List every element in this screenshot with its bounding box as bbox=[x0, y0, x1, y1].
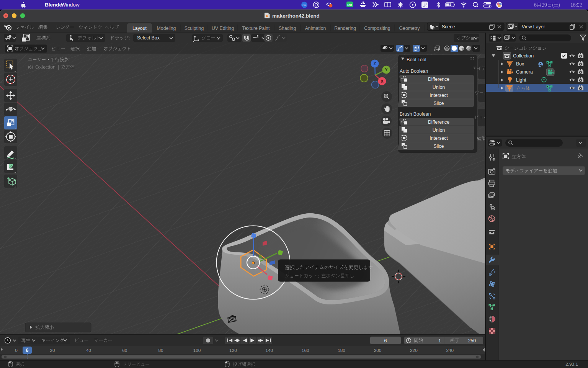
svg-text:Bool Tool: Bool Tool bbox=[407, 57, 426, 62]
svg-text:180: 180 bbox=[338, 348, 345, 353]
svg-text:LINE: LINE bbox=[347, 4, 352, 6]
svg-text:UV Editing: UV Editing bbox=[212, 26, 234, 31]
svg-text:Intersect: Intersect bbox=[430, 93, 448, 98]
svg-text:160: 160 bbox=[302, 348, 309, 353]
svg-text:Camera: Camera bbox=[516, 69, 533, 75]
svg-text:100: 100 bbox=[193, 348, 201, 353]
svg-text:80: 80 bbox=[158, 348, 164, 353]
svg-text:Scene: Scene bbox=[442, 24, 455, 29]
svg-text:makerthon42.blend: makerthon42.blend bbox=[272, 13, 320, 19]
svg-text:X: X bbox=[381, 79, 383, 83]
svg-text:Texture Paint: Texture Paint bbox=[242, 26, 270, 31]
svg-text:1: 1 bbox=[438, 338, 441, 343]
svg-text:220: 220 bbox=[410, 348, 418, 353]
svg-text:240: 240 bbox=[446, 348, 454, 353]
svg-text:Union: Union bbox=[433, 85, 445, 90]
svg-text:140: 140 bbox=[265, 348, 273, 353]
svg-text:Auto Boolean: Auto Boolean bbox=[400, 69, 428, 74]
svg-text:6: 6 bbox=[384, 338, 387, 343]
svg-text:View Layer: View Layer bbox=[522, 24, 545, 29]
svg-text:Difference: Difference bbox=[428, 77, 449, 82]
svg-text:20: 20 bbox=[50, 348, 55, 353]
svg-text:Sculpting: Sculpting bbox=[185, 26, 204, 31]
svg-text:Shading: Shading bbox=[279, 26, 296, 31]
svg-text:Select Box: Select Box bbox=[137, 35, 160, 41]
svg-text:Slice: Slice bbox=[434, 101, 444, 106]
svg-text:zm: zm bbox=[302, 3, 307, 7]
svg-text:Light: Light bbox=[516, 77, 526, 83]
svg-text:Union: Union bbox=[433, 128, 445, 133]
svg-text:Rendering: Rendering bbox=[334, 26, 356, 31]
svg-text:2.93.1: 2.93.1 bbox=[565, 361, 578, 367]
svg-text:250: 250 bbox=[468, 338, 476, 343]
svg-text:Slice: Slice bbox=[434, 144, 444, 149]
svg-text:Compositing: Compositing bbox=[364, 26, 390, 31]
svg-text:120: 120 bbox=[229, 348, 237, 353]
svg-text:Box: Box bbox=[516, 61, 524, 67]
svg-text:Layout: Layout bbox=[132, 26, 147, 31]
svg-text:Z: Z bbox=[374, 61, 376, 66]
svg-text:Brush Boolean: Brush Boolean bbox=[400, 111, 431, 117]
svg-text:200: 200 bbox=[374, 348, 382, 353]
svg-text:Collection: Collection bbox=[513, 53, 534, 59]
svg-text:6: 6 bbox=[26, 348, 29, 353]
svg-text:Y: Y bbox=[385, 67, 387, 72]
svg-text:0: 0 bbox=[15, 348, 18, 353]
svg-text:Window: Window bbox=[61, 2, 80, 8]
svg-text:Modeling: Modeling bbox=[157, 26, 176, 31]
svg-text:Intersect: Intersect bbox=[430, 136, 448, 141]
svg-text:60: 60 bbox=[122, 348, 127, 353]
svg-text:Difference: Difference bbox=[428, 119, 449, 125]
svg-text:40: 40 bbox=[86, 348, 91, 353]
svg-text:Geometry: Geometry bbox=[399, 26, 420, 31]
svg-text:Animation: Animation bbox=[305, 26, 326, 31]
